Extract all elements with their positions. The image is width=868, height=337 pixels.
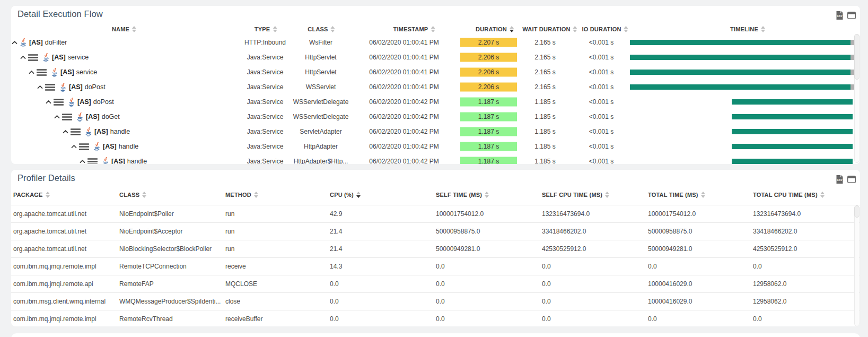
profiler-row-6[interactable]: com.ibm.mq.jmqi.remote.implRemoteRcvThre…: [11, 310, 860, 326]
total-cpu-time-ms-cell: 33418466202.0: [753, 228, 797, 235]
column-header-total-time-ms[interactable]: TOTAL TIME (MS): [648, 192, 705, 198]
collapse-caret-icon: [63, 129, 68, 134]
self-time-ms-cell: 0.0: [436, 315, 445, 323]
sort-icon: [485, 192, 489, 198]
class-cell: NioEndpoint$Acceptor: [119, 228, 182, 235]
tree-node-name: [AS]doFilter: [12, 35, 67, 50]
open-window-icon[interactable]: [847, 12, 856, 19]
row-menu-icon: [71, 128, 81, 135]
column-header-package[interactable]: PACKAGE: [13, 192, 50, 198]
row-menu-button[interactable]: [54, 99, 64, 106]
tree-collapse-toggle[interactable]: [12, 40, 17, 45]
tree-node-name: [AS]handle: [63, 124, 130, 139]
tree-collapse-toggle[interactable]: [80, 159, 85, 163]
open-window-icon[interactable]: [847, 176, 856, 183]
column-header-duration[interactable]: DURATION: [476, 26, 514, 32]
column-header-timeline[interactable]: TIMELINE: [730, 26, 765, 32]
column-header-method[interactable]: METHOD: [225, 192, 258, 198]
sort-down-triangle: [624, 30, 628, 32]
column-header-class[interactable]: CLASS: [119, 192, 146, 198]
column-header-self-time-ms[interactable]: SELF TIME (MS): [436, 192, 489, 198]
column-header-type[interactable]: TYPE: [255, 26, 277, 32]
tree-collapse-toggle[interactable]: [63, 129, 68, 134]
column-header-self-cpu-time-ms[interactable]: SELF CPU TIME (MS): [542, 192, 609, 198]
execution-flow-row-service-1[interactable]: [AS]serviceJava:ServiceHttpServlet06/02/…: [11, 50, 860, 65]
cpu-cell: 0.0: [330, 280, 339, 288]
row-menu-button[interactable]: [71, 128, 81, 135]
execution-flow-row-handle-7[interactable]: [AS]handleJava:ServiceHttpAdapter06/02/2…: [11, 139, 860, 154]
method-name: service: [76, 68, 98, 76]
sort-icon: [820, 192, 825, 198]
total-time-ms-cell: 50000958875.0: [648, 228, 692, 235]
execution-flow-row-dopost-3[interactable]: [AS]doPostJava:ServiceWSServlet06/02/202…: [11, 80, 860, 94]
row-menu-button[interactable]: [79, 143, 89, 150]
sort-desc-icon: [510, 26, 514, 32]
column-header-class[interactable]: CLASS: [308, 26, 335, 32]
sort-up-triangle: [46, 192, 50, 194]
profiler-scrollbar-track[interactable]: [854, 205, 860, 326]
profiler-scrollbar-thumb[interactable]: [854, 205, 860, 218]
profiler-row-5[interactable]: com.ibm.msg.client.wmq.internalWMQMessag…: [11, 292, 860, 310]
timestamp-cell: 06/02/2020 01:00:42 PM: [369, 143, 439, 150]
tree-collapse-toggle[interactable]: [46, 100, 51, 104]
sort-icon: [761, 26, 765, 32]
total-cpu-time-ms-cell: 0.0: [753, 263, 762, 270]
timeline-bar: [732, 159, 853, 164]
sort-icon: [254, 192, 258, 198]
execution-flow-scrollbar-thumb[interactable]: [854, 34, 860, 80]
tree-collapse-toggle[interactable]: [37, 85, 43, 89]
row-menu-button[interactable]: [87, 158, 98, 165]
tree-collapse-toggle[interactable]: [54, 115, 60, 119]
row-menu-button[interactable]: [45, 84, 55, 91]
execution-flow-row-handle-6[interactable]: [AS]handleJava:ServiceServletAdapter06/0…: [11, 124, 860, 139]
profiler-row-1[interactable]: org.apache.tomcat.util.netNioEndpoint$Ac…: [11, 222, 860, 240]
profiler-row-0[interactable]: org.apache.tomcat.util.netNioEndpoint$Po…: [11, 205, 860, 222]
java-method-icon: [85, 127, 92, 136]
column-header-cpu[interactable]: CPU (%): [330, 192, 361, 198]
tree-collapse-toggle[interactable]: [29, 70, 34, 74]
duration-badge-green: 1.187 s: [460, 142, 517, 151]
collapse-caret-icon: [71, 144, 77, 149]
column-header-name[interactable]: NAME: [112, 26, 136, 32]
row-menu-button[interactable]: [28, 54, 38, 61]
column-header-total-cpu-time-ms[interactable]: TOTAL CPU TIME (MS): [753, 192, 825, 198]
java-icon: [20, 38, 27, 47]
cpu-cell: 0.0: [330, 315, 339, 323]
method-name: handle: [110, 128, 130, 135]
timeline-bar: [630, 70, 851, 75]
sort-up-triangle: [573, 26, 577, 29]
profiler-row-4[interactable]: com.ibm.mq.jmqi.remote.apiRemoteFAPMQCLO…: [11, 275, 860, 292]
io-duration-cell: <0.001 s: [589, 83, 613, 91]
row-menu-icon: [79, 143, 89, 150]
execution-flow-row-dofilter-0[interactable]: [AS]doFilterHTTP:InboundWsFilter06/02/20…: [11, 35, 860, 50]
wait-duration-cell: 2.165 s: [534, 83, 555, 91]
class-cell: NioEndpoint$Poller: [119, 210, 174, 218]
tree-collapse-toggle[interactable]: [71, 144, 77, 149]
collapse-caret-icon: [54, 115, 60, 119]
execution-flow-row-doget-5[interactable]: [AS]doGetJava:ServiceWSServletDelegate06…: [11, 109, 860, 124]
tree-node-name: [AS]doGet: [54, 109, 120, 124]
column-header-io-duration[interactable]: IO DURATION: [582, 26, 628, 32]
as-tag: [AS]: [69, 83, 83, 91]
row-menu-button[interactable]: [62, 114, 72, 120]
row-menu-button[interactable]: [37, 69, 47, 76]
export-csv-icon[interactable]: CSV: [836, 175, 843, 184]
row-menu-icon: [62, 114, 72, 120]
profiler-row-2[interactable]: org.apache.tomcat.util.netNioBlockingSel…: [11, 240, 860, 257]
java-method-icon: [102, 157, 109, 165]
self-cpu-time-ms-cell: 33418466202.0: [542, 228, 586, 235]
column-header-wait-duration[interactable]: WAIT DURATION: [522, 26, 577, 32]
execution-flow-row-dopost-4[interactable]: [AS]doPostJava:ServiceWSServletDelegate0…: [11, 94, 860, 109]
cpu-cell: 42.9: [330, 210, 342, 218]
tree-collapse-toggle[interactable]: [20, 55, 26, 59]
execution-flow-row-service-2[interactable]: [AS]serviceJava:ServiceHttpServlet06/02/…: [11, 65, 860, 80]
column-header-timestamp[interactable]: TIMESTAMP: [393, 26, 435, 32]
profiler-row-3[interactable]: com.ibm.mq.jmqi.remote.implRemoteTCPConn…: [11, 257, 860, 275]
timeline-bar: [630, 55, 851, 60]
execution-flow-row-handle-8[interactable]: [AS]handleJava:ServiceHttpAdapter$Http..…: [11, 154, 860, 164]
wait-duration-cell: 1.185 s: [534, 143, 555, 150]
export-csv-icon[interactable]: CSV: [836, 11, 843, 20]
column-header-label: IO DURATION: [582, 26, 621, 32]
wait-duration-cell: 1.185 s: [534, 98, 555, 106]
sort-down-triangle: [132, 30, 136, 32]
